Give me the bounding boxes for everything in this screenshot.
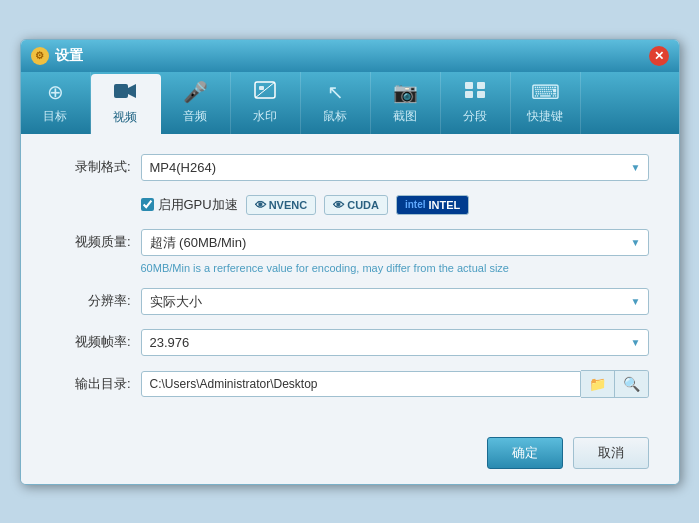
format-control: MP4(H264) AVI MOV	[141, 154, 649, 181]
nvenc-badge[interactable]: 👁 NVENC	[246, 195, 317, 215]
resolution-select[interactable]: 实际大小 1920x1080 1280x720	[141, 288, 649, 315]
tab-shortcut[interactable]: ⌨ 快捷键	[511, 72, 581, 134]
output-path-input[interactable]	[141, 371, 581, 397]
framerate-label: 视频帧率:	[51, 333, 131, 351]
tab-watermark[interactable]: 水印	[231, 72, 301, 134]
tab-target-label: 目标	[43, 108, 67, 125]
search-button[interactable]: 🔍	[614, 371, 648, 397]
dialog-title: 设置	[55, 47, 83, 65]
nvenc-label: NVENC	[269, 199, 308, 211]
svg-rect-5	[465, 82, 473, 89]
quality-label: 视频质量:	[51, 233, 131, 251]
quality-control: 超清 (60MB/Min) 高清 标清	[141, 229, 649, 256]
output-buttons: 📁 🔍	[581, 370, 649, 398]
tab-target[interactable]: ⊕ 目标	[21, 72, 91, 134]
tab-watermark-label: 水印	[253, 108, 277, 125]
tab-audio-label: 音频	[183, 108, 207, 125]
ok-button[interactable]: 确定	[487, 437, 563, 469]
search-icon: 🔍	[623, 376, 640, 392]
gpu-checkbox-label[interactable]: 启用GPU加速	[141, 196, 238, 214]
folder-icon: 📁	[589, 376, 606, 392]
tab-audio[interactable]: 🎤 音频	[161, 72, 231, 134]
quality-hint: 60MB/Min is a rerference value for encod…	[141, 262, 649, 274]
settings-dialog: ⚙ 设置 ✕ ⊕ 目标 视频 🎤 音频	[20, 39, 680, 485]
cuda-badge[interactable]: 👁 CUDA	[324, 195, 388, 215]
svg-line-4	[255, 82, 275, 98]
framerate-select[interactable]: 23.976 30 60	[141, 329, 649, 356]
title-bar: ⚙ 设置 ✕	[21, 40, 679, 72]
format-label: 录制格式:	[51, 158, 131, 176]
output-control: 📁 🔍	[141, 370, 649, 398]
tab-video-label: 视频	[113, 109, 137, 126]
folder-button[interactable]: 📁	[581, 371, 614, 397]
cuda-eye-icon: 👁	[333, 199, 344, 211]
content-area: 录制格式: MP4(H264) AVI MOV 启用GPU加速 👁 NVENC	[21, 134, 679, 427]
dialog-footer: 确定 取消	[21, 427, 679, 484]
tab-segment[interactable]: 分段	[441, 72, 511, 134]
screenshot-icon: 📷	[393, 80, 418, 104]
resolution-row: 分辨率: 实际大小 1920x1080 1280x720	[51, 288, 649, 315]
cancel-button[interactable]: 取消	[573, 437, 649, 469]
tab-shortcut-label: 快捷键	[527, 108, 563, 125]
tab-screenshot[interactable]: 📷 截图	[371, 72, 441, 134]
quality-row: 视频质量: 超清 (60MB/Min) 高清 标清	[51, 229, 649, 256]
intel-badge[interactable]: intel INTEL	[396, 195, 469, 215]
resolution-control: 实际大小 1920x1080 1280x720	[141, 288, 649, 315]
video-icon	[114, 82, 136, 105]
framerate-select-wrapper: 23.976 30 60	[141, 329, 649, 356]
output-label: 输出目录:	[51, 375, 131, 393]
title-bar-left: ⚙ 设置	[31, 47, 83, 65]
framerate-row: 视频帧率: 23.976 30 60	[51, 329, 649, 356]
tab-mouse-label: 鼠标	[323, 108, 347, 125]
audio-icon: 🎤	[183, 80, 208, 104]
tab-video[interactable]: 视频	[91, 74, 161, 134]
tab-segment-label: 分段	[463, 108, 487, 125]
tab-bar: ⊕ 目标 视频 🎤 音频 水印	[21, 72, 679, 134]
quality-select[interactable]: 超清 (60MB/Min) 高清 标清	[141, 229, 649, 256]
gpu-label-text: 启用GPU加速	[158, 196, 238, 214]
nvenc-eye-icon: 👁	[255, 199, 266, 211]
framerate-control: 23.976 30 60	[141, 329, 649, 356]
tab-mouse[interactable]: ↖ 鼠标	[301, 72, 371, 134]
cuda-label: CUDA	[347, 199, 379, 211]
gpu-row: 启用GPU加速 👁 NVENC 👁 CUDA intel INTEL	[141, 195, 649, 215]
gpu-checkbox[interactable]	[141, 198, 154, 211]
format-select[interactable]: MP4(H264) AVI MOV	[141, 154, 649, 181]
target-icon: ⊕	[47, 80, 64, 104]
svg-rect-8	[477, 91, 485, 98]
tab-screenshot-label: 截图	[393, 108, 417, 125]
resolution-label: 分辨率:	[51, 292, 131, 310]
format-select-wrapper: MP4(H264) AVI MOV	[141, 154, 649, 181]
svg-marker-1	[128, 84, 136, 98]
svg-rect-6	[477, 82, 485, 89]
shortcut-icon: ⌨	[531, 80, 560, 104]
watermark-icon	[254, 81, 276, 104]
segment-icon	[464, 81, 486, 104]
format-row: 录制格式: MP4(H264) AVI MOV	[51, 154, 649, 181]
output-row: 输出目录: 📁 🔍	[51, 370, 649, 398]
settings-title-icon: ⚙	[31, 47, 49, 65]
mouse-icon: ↖	[327, 80, 344, 104]
intel-label: INTEL	[429, 199, 461, 211]
resolution-select-wrapper: 实际大小 1920x1080 1280x720	[141, 288, 649, 315]
quality-select-wrapper: 超清 (60MB/Min) 高清 标清	[141, 229, 649, 256]
intel-logo: intel	[405, 199, 426, 210]
svg-rect-0	[114, 84, 128, 98]
svg-rect-7	[465, 91, 473, 98]
svg-rect-3	[259, 86, 264, 90]
close-button[interactable]: ✕	[649, 46, 669, 66]
